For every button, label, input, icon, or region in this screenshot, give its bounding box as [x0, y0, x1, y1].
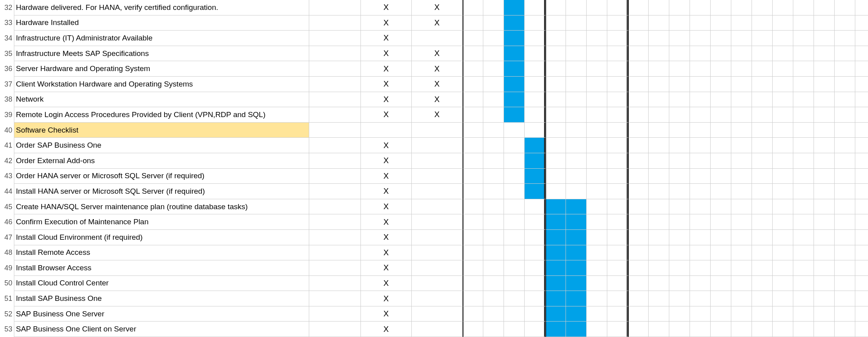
gantt-cell[interactable]	[731, 306, 752, 322]
gantt-cell[interactable]	[504, 31, 525, 46]
mark-col-2[interactable]	[412, 291, 463, 306]
gantt-cell[interactable]	[545, 138, 566, 153]
gantt-cell[interactable]	[607, 230, 628, 245]
gantt-cell[interactable]	[669, 169, 690, 184]
gantt-cell[interactable]	[587, 276, 607, 291]
gantt-cell[interactable]	[525, 77, 545, 92]
gantt-cell[interactable]	[525, 276, 545, 291]
gantt-cell[interactable]	[607, 92, 628, 108]
gantt-cell[interactable]	[711, 107, 731, 123]
gantt-cell[interactable]	[855, 306, 868, 322]
gantt-cell[interactable]	[711, 0, 731, 15]
gantt-cell[interactable]	[669, 46, 690, 62]
gantt-cell[interactable]	[504, 306, 525, 322]
gantt-cell[interactable]	[504, 199, 525, 215]
gantt-cell[interactable]	[649, 184, 669, 199]
gantt-cell[interactable]	[711, 245, 731, 261]
gantt-cell[interactable]	[690, 306, 711, 322]
gantt-cell[interactable]	[752, 153, 773, 169]
gantt-cell[interactable]	[793, 61, 814, 77]
mark-col-2[interactable]	[412, 123, 463, 138]
gantt-cell[interactable]	[566, 138, 587, 153]
gantt-cell[interactable]	[649, 92, 669, 108]
gantt-cell[interactable]	[649, 77, 669, 92]
gantt-cell[interactable]	[793, 230, 814, 245]
gantt-cell[interactable]	[731, 291, 752, 306]
gantt-cell[interactable]	[483, 0, 504, 15]
mark-col-1[interactable]: X	[361, 107, 412, 123]
gantt-cell[interactable]	[855, 77, 868, 92]
gantt-cell[interactable]	[773, 245, 793, 261]
task-name[interactable]: Install Browser Access	[14, 260, 309, 276]
gantt-cell[interactable]	[649, 276, 669, 291]
gantt-cell[interactable]	[731, 61, 752, 77]
gantt-cell[interactable]	[463, 291, 483, 306]
mark-col-1[interactable]: X	[361, 61, 412, 77]
gantt-cell[interactable]	[731, 276, 752, 291]
gantt-cell[interactable]	[814, 169, 835, 184]
mark-col-2[interactable]	[412, 169, 463, 184]
gantt-cell[interactable]	[628, 15, 649, 31]
gantt-cell[interactable]	[814, 107, 835, 123]
gantt-cell[interactable]	[669, 306, 690, 322]
gantt-cell[interactable]	[545, 199, 566, 215]
gantt-cell[interactable]	[793, 123, 814, 138]
gantt-cell[interactable]	[773, 214, 793, 230]
gantt-cell[interactable]	[773, 61, 793, 77]
gantt-cell[interactable]	[690, 291, 711, 306]
gantt-cell[interactable]	[463, 214, 483, 230]
gantt-cell[interactable]	[690, 107, 711, 123]
gantt-cell[interactable]	[752, 276, 773, 291]
mark-col-1[interactable]: X	[361, 306, 412, 322]
gantt-cell[interactable]	[566, 77, 587, 92]
gantt-cell[interactable]	[545, 230, 566, 245]
gantt-cell[interactable]	[545, 306, 566, 322]
gantt-cell[interactable]	[731, 214, 752, 230]
gantt-cell[interactable]	[814, 214, 835, 230]
gantt-cell[interactable]	[628, 92, 649, 108]
gantt-cell[interactable]	[773, 107, 793, 123]
gantt-cell[interactable]	[773, 31, 793, 46]
gantt-cell[interactable]	[483, 107, 504, 123]
gantt-cell[interactable]	[835, 276, 855, 291]
gantt-cell[interactable]	[649, 15, 669, 31]
gantt-cell[interactable]	[628, 107, 649, 123]
gantt-cell[interactable]	[587, 245, 607, 261]
gantt-cell[interactable]	[669, 245, 690, 261]
section-title[interactable]: Software Checklist	[14, 123, 309, 138]
mark-col-2[interactable]	[412, 306, 463, 322]
gantt-cell[interactable]	[690, 61, 711, 77]
gantt-cell[interactable]	[545, 184, 566, 199]
gantt-cell[interactable]	[731, 46, 752, 62]
gantt-cell[interactable]	[628, 123, 649, 138]
gantt-cell[interactable]	[545, 107, 566, 123]
gantt-cell[interactable]	[711, 46, 731, 62]
gantt-cell[interactable]	[607, 184, 628, 199]
task-name[interactable]: Hardware delivered. For HANA, verify cer…	[14, 0, 309, 15]
gantt-cell[interactable]	[835, 306, 855, 322]
gantt-cell[interactable]	[628, 169, 649, 184]
gantt-cell[interactable]	[628, 322, 649, 337]
gantt-cell[interactable]	[669, 153, 690, 169]
gantt-cell[interactable]	[855, 92, 868, 108]
gantt-cell[interactable]	[566, 230, 587, 245]
gantt-cell[interactable]	[587, 322, 607, 337]
gantt-cell[interactable]	[814, 322, 835, 337]
gantt-cell[interactable]	[835, 46, 855, 62]
mark-col-2[interactable]	[412, 138, 463, 153]
task-name[interactable]: Install Cloud Control Center	[14, 276, 309, 291]
gantt-cell[interactable]	[814, 245, 835, 261]
gantt-cell[interactable]	[773, 0, 793, 15]
gantt-cell[interactable]	[793, 214, 814, 230]
gantt-cell[interactable]	[690, 77, 711, 92]
gantt-cell[interactable]	[669, 138, 690, 153]
gantt-cell[interactable]	[690, 123, 711, 138]
gantt-cell[interactable]	[814, 0, 835, 15]
gantt-cell[interactable]	[504, 291, 525, 306]
gantt-cell[interactable]	[463, 123, 483, 138]
gantt-cell[interactable]	[855, 184, 868, 199]
gantt-cell[interactable]	[607, 0, 628, 15]
gantt-cell[interactable]	[463, 61, 483, 77]
gantt-cell[interactable]	[731, 169, 752, 184]
gantt-cell[interactable]	[587, 169, 607, 184]
